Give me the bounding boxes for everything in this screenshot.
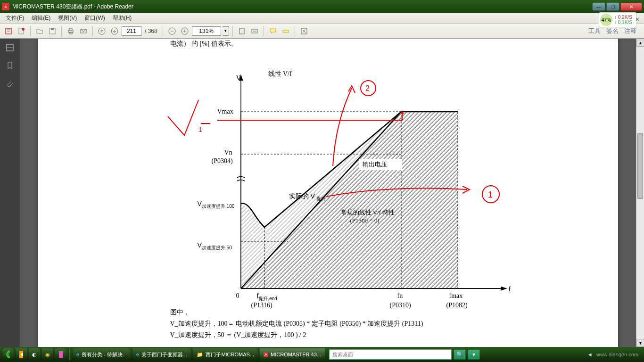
zoom-out-icon[interactable] — [166, 25, 178, 37]
taskbar-window-1[interactable]: e所有分类 - 待解决... — [72, 348, 131, 361]
highlight-icon[interactable] — [280, 25, 291, 37]
svg-rect-26 — [165, 53, 240, 345]
vertical-scrollbar[interactable]: ▲ ▼ — [636, 39, 644, 347]
fit-width-icon[interactable] — [249, 25, 260, 37]
taskbar-app-1[interactable] — [15, 348, 27, 361]
svg-rect-6 — [69, 28, 72, 30]
bookmark-icon[interactable] — [5, 60, 15, 71]
taskbar-app-3[interactable]: ◉ — [41, 348, 54, 361]
page-down-icon[interactable] — [109, 25, 120, 37]
vn-param: (P0304) — [212, 157, 233, 165]
document-viewport[interactable]: 电流） 的 [%] 值表示。 — [20, 39, 636, 347]
zoom-in-icon[interactable] — [179, 25, 190, 37]
system-tray[interactable]: ◄ www.diangon.com — [587, 352, 642, 357]
taskbar-app-2[interactable]: ◐ — [28, 348, 41, 361]
fn-label: fn — [397, 292, 403, 300]
create-pdf-icon[interactable] — [16, 25, 27, 37]
menu-edit[interactable]: 编辑(E) — [28, 13, 54, 23]
search-button[interactable]: 🔍 — [454, 349, 466, 360]
actual-v-label: 实际的 V 提升 — [289, 192, 326, 202]
download-speed: ↓ 0.1K/S — [614, 20, 632, 25]
open-icon[interactable] — [34, 25, 45, 37]
taskbar: ◐ ◉ e所有分类 - 待解决... e关于西门子变频器... 📁西门子MICR… — [0, 347, 644, 362]
normal-vf-param: (P1300 = 0) — [350, 217, 380, 224]
origin-label: 0 — [236, 292, 239, 300]
v-accel-50: V加速度提升,50 — [198, 241, 232, 251]
scroll-thumb[interactable] — [637, 133, 643, 199]
svg-rect-49 — [59, 351, 63, 358]
tools-panel-toggle[interactable]: 工具 — [588, 27, 601, 35]
svg-point-2 — [22, 28, 25, 31]
page-number-input[interactable] — [122, 26, 141, 36]
maximize-button[interactable]: ❐ — [606, 2, 619, 11]
comment-bubble-icon[interactable] — [267, 25, 279, 37]
read-mode-icon[interactable] — [298, 25, 310, 37]
menu-help[interactable]: 帮助(H) — [109, 13, 136, 23]
zoom-dropdown[interactable]: ▼ — [223, 26, 229, 36]
v-accel-100: V加速度提升,100 — [198, 200, 235, 210]
toolbar: / 368 ▼ 工具 签名 注释 — [0, 24, 644, 39]
vf-diagram: 2 1 1 线性 V/f V f Vmax Vn (P0304) V加速度提升,… — [165, 53, 514, 345]
menu-file[interactable]: 文件(F) — [2, 13, 28, 23]
vn-label: Vn — [224, 149, 232, 156]
sign-panel-toggle[interactable]: 签名 — [606, 27, 619, 35]
upload-speed: ↑ 0.2K/S — [614, 15, 632, 20]
start-button[interactable] — [2, 348, 14, 361]
chart-title: 线性 V/f — [268, 70, 292, 78]
minimize-button[interactable]: — — [592, 2, 605, 11]
email-icon[interactable] — [78, 25, 89, 37]
svg-text:2: 2 — [365, 84, 370, 92]
taskbar-window-3[interactable]: 📁西门子MICROMAS... — [192, 348, 258, 361]
attachment-icon[interactable] — [5, 78, 15, 89]
taskbar-window-4[interactable]: AMICROMASTER 43... — [259, 348, 325, 361]
page-up-icon[interactable] — [96, 25, 107, 37]
menubar: 文件(F) 编辑(E) 视图(V) 窗口(W) 帮助(H) 47% ↑ 0.2K… — [0, 13, 644, 24]
output-voltage-label: 输出电压 — [363, 160, 387, 169]
menu-window[interactable]: 窗口(W) — [81, 13, 108, 23]
cpu-percent: 47% — [600, 14, 612, 26]
navigation-sidebar — [0, 39, 20, 347]
pdf-page: 电流） 的 [%] 值表示。 — [38, 39, 618, 347]
taskbar-app-4[interactable] — [55, 348, 67, 361]
footer-line3: V_加速度提升，50 ＝ (V_加速度提升，100 ) / 2 — [170, 331, 306, 339]
menubar-close-icon[interactable]: × — [632, 15, 643, 24]
scroll-down-arrow[interactable]: ▼ — [636, 339, 644, 347]
search-options-button[interactable]: ▾ — [468, 349, 480, 360]
scroll-up-arrow[interactable]: ▲ — [636, 39, 644, 47]
window-titlebar: A MICROMASTER 430变频器.pdf - Adobe Reader … — [0, 0, 644, 13]
comment-panel-toggle[interactable]: 注释 — [624, 27, 636, 35]
window-title: MICROMASTER 430变频器.pdf - Adobe Reader — [12, 3, 592, 11]
f-boost-param: (P1316) — [251, 302, 272, 309]
svg-text:1: 1 — [488, 190, 493, 199]
fit-page-icon[interactable] — [236, 25, 248, 37]
fmax-param: (P1082) — [446, 302, 468, 309]
tray-chevron-icon[interactable]: ◄ — [587, 352, 593, 357]
normal-vf-label: 常规的线性 V/f 特性 — [341, 208, 395, 217]
work-area: 电流） 的 [%] 值表示。 — [0, 39, 644, 347]
text-top-line: 电流） 的 [%] 值表示。 — [170, 40, 238, 48]
pdf-icon: A — [2, 3, 9, 10]
vmax-label: Vmax — [217, 108, 233, 115]
page-total: / 368 — [145, 28, 157, 34]
svg-rect-15 — [283, 30, 289, 33]
zoom-input[interactable] — [192, 26, 221, 36]
menu-view[interactable]: 视图(V) — [54, 13, 81, 23]
footer-line2: V_加速度提升，100＝ 电动机额定电流 (P0305) * 定子电阻 (P03… — [170, 320, 423, 328]
svg-text:1: 1 — [198, 126, 202, 133]
desktop-search-input[interactable]: 搜索桌面 — [329, 349, 452, 360]
thumbnails-icon[interactable] — [5, 42, 15, 53]
watermark-text: www.diangon.com — [596, 352, 638, 357]
svg-rect-27 — [459, 53, 514, 288]
x-axis-label: f — [509, 286, 511, 293]
network-speed-widget[interactable]: 47% ↑ 0.2K/S ↓ 0.1K/S — [599, 12, 636, 27]
close-button[interactable]: ✕ — [620, 2, 642, 11]
save-icon[interactable] — [47, 25, 58, 37]
f-boost-end: f提升,end — [257, 292, 277, 302]
taskbar-window-2[interactable]: e关于西门子变频器... — [132, 348, 191, 361]
fmax-label: fmax — [449, 292, 463, 300]
print-icon[interactable] — [65, 25, 76, 37]
y-axis-label: V — [236, 74, 241, 82]
fn-param: (P0310) — [390, 302, 411, 309]
footer-line1: 图中， — [170, 308, 190, 317]
export-pdf-icon[interactable] — [3, 25, 14, 37]
